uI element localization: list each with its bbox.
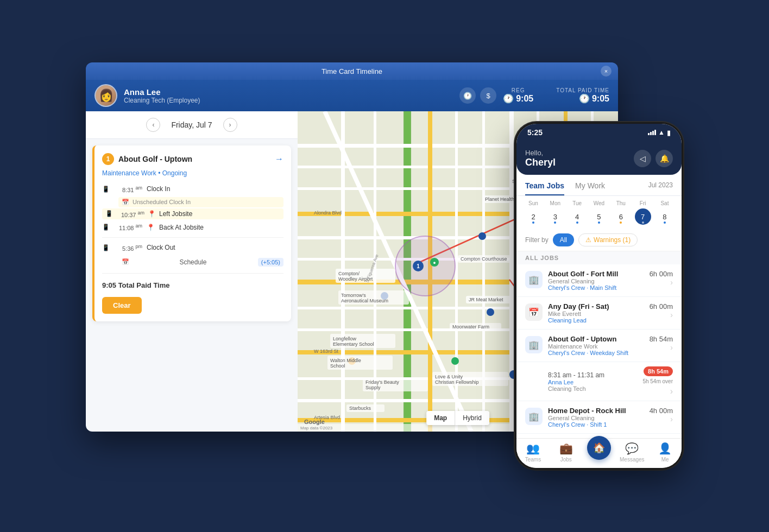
svg-text:●: ●	[433, 260, 436, 265]
svg-text:Alondra Blvd: Alondra Blvd	[314, 210, 342, 216]
clock-icon-btn[interactable]: 🕐	[459, 87, 476, 104]
nav-item-me[interactable]: 👤 Me	[648, 442, 682, 463]
svg-text:JR Meat Market: JR Meat Market	[469, 297, 503, 302]
map-tab-hybrid[interactable]: Hybrid	[455, 411, 489, 425]
svg-rect-58	[336, 269, 395, 283]
tab-my-work[interactable]: My Work	[575, 181, 605, 195]
time-entries: 📱 8:31 am Clock In 📅 Unscheduled Cl	[102, 182, 283, 314]
filter-all-button[interactable]: All	[553, 233, 574, 246]
job-item-2[interactable]: 📅 Any Day (Fri - Sat) Mike Everett Clean…	[516, 297, 682, 330]
browser-titlebar: Time Card Timeline ×	[86, 62, 618, 80]
user-avatar: 👩	[94, 84, 117, 107]
cal-date-3[interactable]: 3	[547, 208, 563, 225]
job-title-2: Any Day (Fri - Sat)	[548, 302, 644, 311]
wifi-icon: ▲	[658, 129, 665, 136]
phone-icon-4: 📱	[102, 244, 110, 251]
clock-out-entry: 📱 5:36 pm Clock Out	[102, 241, 283, 255]
total-paid-row: 9:05 Total Paid Time	[102, 277, 283, 294]
total-paid-block: TOTAL PAID TIME 🕐 9:05	[556, 87, 609, 104]
job-item-4[interactable]: 🏢 Home Depot - Rock Hill General Cleanin…	[516, 401, 682, 434]
sub-badge-3: 8h 54m	[644, 366, 673, 376]
nav-item-teams[interactable]: 👥 Teams	[516, 442, 550, 463]
chevron-icon-2: ›	[650, 311, 673, 319]
nav-item-jobs[interactable]: 💼 Jobs	[550, 442, 583, 463]
total-paid-label: TOTAL PAID TIME	[556, 87, 609, 93]
job-info-4: Home Depot - Rock Hill General Cleaning …	[548, 407, 644, 428]
job-info-2: Any Day (Fri - Sat) Mike Everett Cleanin…	[548, 302, 644, 324]
left-panel-inner: 1 About Golf - Uptown → Maintenance Work…	[86, 139, 298, 432]
user-role: Cleaning Tech (Employee)	[124, 97, 453, 104]
prev-date-button[interactable]: ‹	[146, 118, 160, 132]
job-info-1: About Golf - Fort Mill General Cleaning …	[548, 270, 644, 291]
svg-rect-16	[341, 111, 345, 432]
sub-right-3: 8h 54m 5h 54m over ›	[642, 366, 673, 396]
total-paid-clock-icon: 🕐	[579, 93, 590, 104]
signal-bars	[648, 130, 656, 135]
cal-day-fri: Fri	[635, 200, 651, 206]
cal-date-2[interactable]: 2	[525, 208, 541, 225]
phone-nav-icon[interactable]: ◁	[634, 150, 651, 167]
calendar-icon-2: 📅	[122, 258, 129, 265]
svg-rect-64	[466, 296, 515, 303]
job-info-3: About Golf - Uptown Maintenance Work Che…	[548, 335, 644, 356]
nav-item-messages[interactable]: 💬 Messages	[615, 442, 648, 463]
messages-icon: 💬	[625, 442, 639, 455]
svg-point-33	[413, 261, 424, 271]
svg-rect-1	[404, 111, 411, 432]
date-label: Friday, Jul 7	[171, 121, 212, 129]
svg-line-25	[325, 111, 471, 432]
phone-header-actions: ◁ 🔔	[634, 150, 673, 167]
job-title-3: About Golf - Uptown	[548, 335, 644, 343]
phone-bottom-nav: 👥 Teams 💼 Jobs 🏠 💬 Messages 👤	[516, 438, 682, 468]
back-jobsite-entry: 📱 11:08 am 📍 Back At Jobsite	[102, 220, 283, 234]
phone-calendar: Sun Mon Tue Wed Thu Fri Sat 2 3 4 5 6 7 …	[516, 196, 682, 229]
location-icon-2: 📍	[147, 224, 155, 231]
job-icon-2: 📅	[525, 303, 543, 321]
job-card: 1 About Golf - Uptown → Maintenance Work…	[92, 145, 291, 321]
unscheduled-entry: 📅 Unscheduled Clock In	[118, 197, 283, 207]
job-item-3[interactable]: 🏢 About Golf - Uptown Maintenance Work C…	[516, 330, 682, 362]
svg-point-45	[348, 357, 356, 365]
cal-date-5[interactable]: 5	[591, 208, 607, 225]
phone-status-icons: ▲ ▮	[648, 129, 671, 137]
chevron-icon-sub: ›	[670, 387, 673, 396]
svg-text:Compton Courthouse: Compton Courthouse	[461, 256, 507, 262]
cal-date-8[interactable]: 8	[657, 208, 673, 225]
close-button[interactable]: ×	[601, 66, 612, 77]
nav-item-home[interactable]: 🏠	[583, 445, 616, 460]
clear-button[interactable]: Clear	[102, 297, 142, 314]
home-icon: 🏠	[593, 442, 605, 454]
svg-point-40	[487, 308, 494, 316]
filter-warnings-button[interactable]: ⚠ Warnings (1)	[578, 233, 638, 246]
job-type-4: General Cleaning	[548, 415, 644, 421]
next-date-button[interactable]: ›	[223, 118, 237, 132]
cal-date-7[interactable]: 7	[635, 208, 651, 225]
dollar-icon-btn[interactable]: $	[480, 87, 496, 104]
svg-rect-82	[432, 372, 508, 386]
svg-text:Woodley Airport: Woodley Airport	[338, 276, 373, 282]
jobs-icon: 💼	[559, 442, 573, 455]
svg-text:Tomorrow's: Tomorrow's	[341, 293, 366, 298]
phone-bell-icon[interactable]: 🔔	[655, 150, 673, 167]
svg-text:W 163rd St: W 163rd St	[314, 349, 339, 354]
job-right-4: 4h 00m ›	[650, 407, 673, 428]
map-tab-map[interactable]: Map	[426, 411, 455, 425]
cal-date-6[interactable]: 6	[613, 208, 629, 225]
location-icon: 📍	[148, 210, 156, 218]
sub-name-3: Anna Lee	[548, 379, 604, 385]
phone-icon: 📱	[102, 186, 110, 193]
job-right-3: 8h 54m ›	[650, 335, 673, 356]
cal-date-4[interactable]: 4	[569, 208, 585, 225]
left-jobsite-entry: 📱 10:37 am 📍 Left Jobsite	[102, 208, 283, 220]
reg-label: REG	[503, 87, 533, 93]
cal-day-sun: Sun	[525, 200, 541, 206]
job-card-header: 1 About Golf - Uptown →	[102, 153, 283, 165]
job-expand-icon[interactable]: →	[275, 154, 283, 164]
phone-job-list: 🏢 About Golf - Fort Mill General Cleanin…	[516, 264, 682, 438]
home-button[interactable]: 🏠	[587, 436, 611, 460]
job-sub-item-3[interactable]: 8:31 am - 11:31 am Anna Lee Cleaning Tec…	[516, 362, 682, 401]
tab-team-jobs[interactable]: Team Jobs	[525, 181, 564, 195]
cal-day-thu: Thu	[613, 200, 629, 206]
job-item-1[interactable]: 🏢 About Golf - Fort Mill General Cleanin…	[516, 264, 682, 297]
svg-point-41	[381, 292, 388, 300]
